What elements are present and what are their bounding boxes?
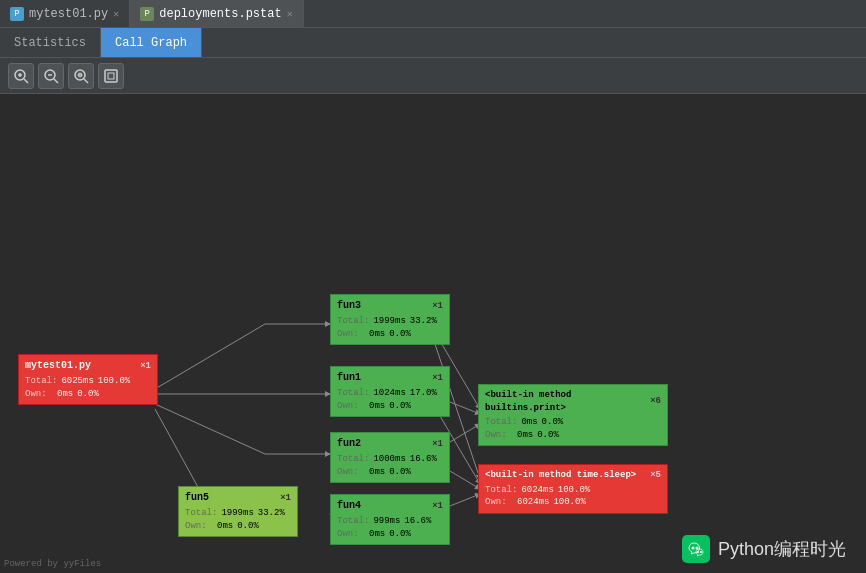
svg-point-13	[691, 547, 694, 550]
node-builtin-print-title: <built-in method builtins.print>	[485, 389, 650, 414]
svg-line-5	[54, 79, 58, 83]
title-bar: P mytest01.py ✕ P deployments.pstat ✕	[0, 0, 866, 28]
toolbar	[0, 58, 866, 94]
node-mytest01[interactable]: mytest01.py ×1 Total: 6025ms 100.0% Own:…	[18, 354, 158, 405]
node-fun4[interactable]: fun4 ×1 Total: 999ms 16.6% Own: 0ms 0.0%	[330, 494, 450, 545]
node-fun4-title: fun4	[337, 499, 361, 513]
node-builtin-sleep[interactable]: <built-in method time.sleep> ×5 Total: 6…	[478, 464, 668, 514]
zoom-in-button[interactable]	[8, 63, 34, 89]
node-fun4-count: ×1	[432, 500, 443, 513]
watermark: Python编程时光	[682, 535, 846, 563]
wechat-icon	[682, 535, 710, 563]
tab-deployments-label: deployments.pstat	[159, 7, 281, 21]
tab-deployments[interactable]: P deployments.pstat ✕	[130, 0, 303, 27]
subtab-callgraph[interactable]: Call Graph	[101, 28, 202, 57]
node-fun1-title: fun1	[337, 371, 361, 385]
reset-button[interactable]	[98, 63, 124, 89]
node-fun2-count: ×1	[432, 438, 443, 451]
svg-point-16	[700, 551, 702, 553]
watermark-text: Python编程时光	[718, 537, 846, 561]
node-fun2[interactable]: fun2 ×1 Total: 1000ms 16.6% Own: 0ms 0.0…	[330, 432, 450, 483]
graph-area: mytest01.py ×1 Total: 6025ms 100.0% Own:…	[0, 94, 866, 573]
py-icon: P	[10, 7, 24, 21]
node-fun5[interactable]: fun5 ×1 Total: 1999ms 33.2% Own: 0ms 0.0…	[178, 486, 298, 537]
tab-mytest01-label: mytest01.py	[29, 7, 108, 21]
close-deployments[interactable]: ✕	[287, 8, 293, 20]
zoom-fit-button[interactable]	[68, 63, 94, 89]
zoom-out-button[interactable]	[38, 63, 64, 89]
powered-by: Powered by yyFiles	[4, 559, 101, 569]
node-fun3-count: ×1	[432, 300, 443, 313]
node-fun3[interactable]: fun3 ×1 Total: 1999ms 33.2% Own: 0ms 0.0…	[330, 294, 450, 345]
node-fun3-title: fun3	[337, 299, 361, 313]
svg-rect-11	[105, 70, 117, 82]
node-fun5-count: ×1	[280, 492, 291, 505]
close-mytest01[interactable]: ✕	[113, 8, 119, 20]
node-fun2-title: fun2	[337, 437, 361, 451]
tab-mytest01[interactable]: P mytest01.py ✕	[0, 0, 130, 27]
node-fun1[interactable]: fun1 ×1 Total: 1024ms 17.0% Own: 0ms 0.0…	[330, 366, 450, 417]
svg-point-15	[697, 551, 699, 553]
node-builtin-print-count: ×6	[650, 395, 661, 408]
node-builtin-sleep-title: <built-in method time.sleep>	[485, 469, 636, 482]
pstat-icon: P	[140, 7, 154, 21]
sub-tabs: Statistics Call Graph	[0, 28, 866, 58]
node-fun5-title: fun5	[185, 491, 209, 505]
subtab-statistics[interactable]: Statistics	[0, 28, 101, 57]
svg-rect-12	[108, 73, 114, 79]
svg-line-8	[84, 79, 88, 83]
node-builtin-print[interactable]: <built-in method builtins.print> ×6 Tota…	[478, 384, 668, 446]
node-builtin-sleep-count: ×5	[650, 469, 661, 482]
node-fun1-count: ×1	[432, 372, 443, 385]
node-mytest01-count: ×1	[140, 360, 151, 373]
node-mytest01-title: mytest01.py	[25, 359, 91, 373]
svg-line-1	[24, 79, 28, 83]
